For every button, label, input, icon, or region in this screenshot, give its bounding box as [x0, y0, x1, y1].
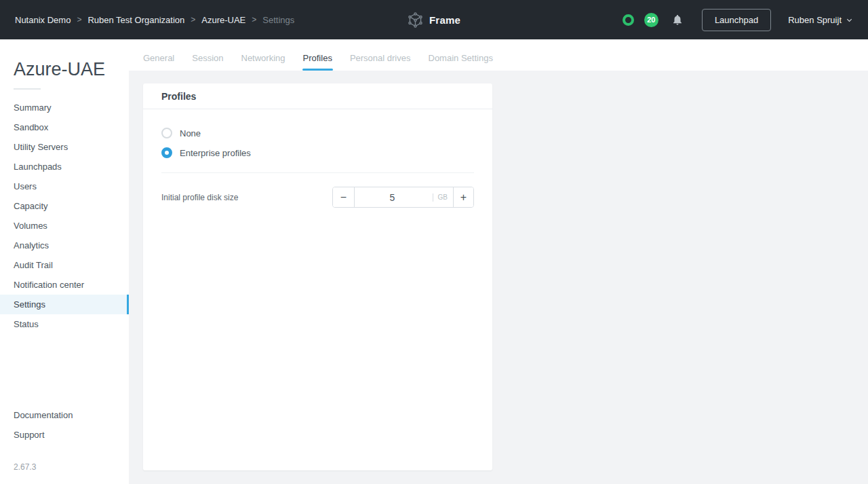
user-menu[interactable]: Ruben Spruijt [788, 15, 853, 25]
section-divider [161, 172, 474, 173]
app-version: 2.67.3 [14, 462, 115, 472]
tab-personal-drives[interactable]: Personal drives [350, 53, 411, 64]
tab-general[interactable]: General [143, 53, 174, 64]
sidebar-item-launchpads[interactable]: Launchpads [0, 157, 129, 176]
increase-disk-size-button[interactable]: + [453, 187, 473, 207]
frame-logo-text: Frame [429, 14, 460, 26]
radio-option-none-label: None [180, 128, 201, 138]
sidebar-item-analytics[interactable]: Analytics [0, 236, 129, 255]
frame-logo[interactable]: Frame [408, 0, 460, 39]
tab-domain-settings[interactable]: Domain Settings [429, 53, 493, 64]
card-title: Profiles [161, 91, 196, 102]
breadcrumb-item-current-page: Settings [262, 15, 294, 25]
radio-selected-icon [161, 147, 172, 158]
notifications-bell-icon[interactable] [671, 14, 684, 26]
profiles-card: Profiles None Enterprise profiles Initia… [143, 83, 492, 470]
launchpad-button[interactable]: Launchpad [702, 9, 771, 31]
sidebar-item-notification-center[interactable]: Notification center [0, 275, 129, 295]
sidebar-divider [14, 88, 41, 90]
account-title: Azure-UAE [14, 58, 129, 80]
disk-size-row: Initial profile disk size − GB + [161, 187, 474, 208]
decrease-disk-size-button[interactable]: − [333, 187, 355, 207]
sidebar-item-documentation[interactable]: Documentation [0, 405, 129, 425]
card-header: Profiles [143, 83, 492, 109]
capacity-status-ring-icon[interactable] [623, 14, 634, 26]
breadcrumb-separator: > [191, 15, 195, 24]
user-name: Ruben Spruijt [788, 15, 842, 25]
breadcrumb-separator: > [77, 15, 81, 24]
breadcrumb: Nutanix Demo > Ruben Test Organization >… [15, 15, 294, 25]
sidebar-item-audit-trail[interactable]: Audit Trail [0, 255, 129, 275]
tab-session[interactable]: Session [192, 53, 223, 64]
sidebar: Azure-UAE Summary Sandbox Utility Server… [0, 39, 129, 484]
tab-networking[interactable]: Networking [241, 53, 285, 64]
sidebar-item-sandbox[interactable]: Sandbox [0, 117, 129, 137]
tab-profiles[interactable]: Profiles [303, 53, 332, 64]
profiles-page: Profiles None Enterprise profiles Initia… [129, 71, 868, 484]
main-content: General Session Networking Profiles Pers… [129, 39, 868, 484]
chevron-down-icon [846, 16, 853, 24]
settings-tabs: General Session Networking Profiles Pers… [129, 39, 868, 71]
disk-size-label: Initial profile disk size [161, 193, 238, 202]
session-count-badge[interactable]: 20 [644, 13, 658, 27]
sidebar-item-users[interactable]: Users [0, 176, 129, 196]
radio-unselected-icon [161, 128, 172, 138]
disk-size-stepper: − GB + [332, 187, 474, 208]
top-header: Nutanix Demo > Ruben Test Organization >… [0, 0, 868, 39]
sidebar-item-status[interactable]: Status [0, 314, 129, 334]
sidebar-item-summary[interactable]: Summary [0, 98, 129, 117]
radio-option-enterprise-profiles[interactable]: Enterprise profiles [161, 144, 474, 162]
sidebar-item-settings[interactable]: Settings [0, 295, 129, 314]
radio-option-none[interactable]: None [161, 124, 474, 142]
sidebar-item-utility-servers[interactable]: Utility Servers [0, 137, 129, 157]
breadcrumb-item-organization[interactable]: Ruben Test Organization [87, 15, 184, 25]
frame-cube-icon [408, 12, 423, 28]
sidebar-item-capacity[interactable]: Capacity [0, 196, 129, 216]
breadcrumb-separator: > [252, 15, 256, 24]
sidebar-item-support[interactable]: Support [0, 425, 129, 445]
breadcrumb-item-account[interactable]: Nutanix Demo [15, 15, 71, 25]
disk-size-unit: GB [433, 193, 448, 202]
radio-option-enterprise-profiles-label: Enterprise profiles [180, 148, 251, 158]
breadcrumb-item-account-name[interactable]: Azure-UAE [201, 15, 245, 25]
sidebar-item-volumes[interactable]: Volumes [0, 216, 129, 236]
